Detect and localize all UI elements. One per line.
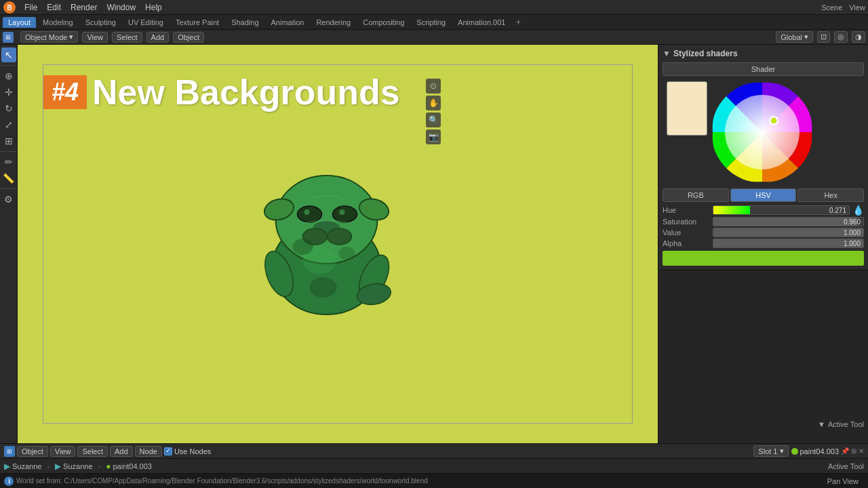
slot-dropdown-icon: ▾ xyxy=(780,447,784,455)
menu-window[interactable]: Window xyxy=(102,1,140,14)
paint-btn2[interactable]: ✕ xyxy=(859,447,864,455)
svg-point-12 xyxy=(328,228,352,245)
tool-measure[interactable]: 📏 xyxy=(1,171,16,186)
tab-compositing[interactable]: Compositing xyxy=(357,17,410,28)
bottom-bar: ⊞ Object View Select Add Node Use Nodes … xyxy=(0,443,868,458)
blender-logo: B xyxy=(3,1,16,14)
nav-camera[interactable]: 📷 xyxy=(426,129,441,144)
use-nodes-checkbox[interactable] xyxy=(164,447,172,455)
outliner-name-0[interactable]: Suzanne xyxy=(12,462,41,470)
tab-layout[interactable]: Layout xyxy=(3,17,36,28)
right-panel: ▼ Stylized shaders Shader xyxy=(658,45,868,443)
viewport-overlay-btn[interactable]: ⊡ xyxy=(817,31,830,43)
menu-file[interactable]: File xyxy=(20,1,41,14)
tab-rendering[interactable]: Rendering xyxy=(311,17,356,28)
paint-icon-lock: 📌 xyxy=(841,447,849,455)
tab-hsv[interactable]: HSV xyxy=(730,188,797,202)
tab-uv-editing[interactable]: UV Editing xyxy=(123,17,169,28)
properties-panel: ▼ Active Tool xyxy=(658,270,868,443)
saturation-label: Saturation xyxy=(663,218,710,226)
bottom-add[interactable]: Add xyxy=(110,446,133,457)
transform-global[interactable]: Global ▾ xyxy=(776,31,813,43)
tab-shading[interactable]: Shading xyxy=(226,17,264,28)
alpha-bar[interactable]: 1.000 xyxy=(713,239,864,248)
viewport-object-menu[interactable]: Object xyxy=(173,32,204,43)
material-icon: ● xyxy=(106,462,111,471)
bottom-select[interactable]: Select xyxy=(77,446,108,457)
viewport-nav: ⊙ ✋ 🔍 📷 xyxy=(426,79,441,144)
viewport-type-icon: ⊞ xyxy=(4,446,15,457)
bottom-object-dropdown[interactable]: Object xyxy=(17,446,48,457)
tab-modeling[interactable]: Modeling xyxy=(37,17,79,28)
nav-zoom[interactable]: 🔍 xyxy=(426,113,441,127)
svg-text:B: B xyxy=(7,4,12,12)
tab-texture-paint[interactable]: Texture Paint xyxy=(170,17,224,28)
svg-point-7 xyxy=(333,206,357,222)
eyedropper-icon[interactable]: 💧 xyxy=(852,205,864,216)
svg-point-9 xyxy=(340,209,345,215)
viewport-canvas[interactable]: #4 New Backgrounds xyxy=(18,45,658,443)
viewport-icon: ⊞ xyxy=(3,32,14,43)
tool-move[interactable]: ✛ xyxy=(1,85,16,100)
info-bar: ℹ World set from: C:/Users/COMP/AppData/… xyxy=(0,473,868,488)
tool-scale[interactable]: ⤢ xyxy=(1,117,16,132)
render-frame: #4 New Backgrounds xyxy=(43,64,633,424)
value-bar[interactable]: 1.000 xyxy=(713,228,864,237)
nav-pan[interactable]: ✋ xyxy=(426,96,441,110)
slot-selector[interactable]: Slot 1 ▾ xyxy=(753,445,788,457)
color-swatch[interactable] xyxy=(667,81,707,136)
object-mode-dropdown[interactable]: Object Mode ▾ xyxy=(20,31,78,43)
viewport-add-menu[interactable]: Add xyxy=(146,32,170,43)
outliner-name-2[interactable]: paint04.003 xyxy=(113,462,152,470)
alpha-label: Alpha xyxy=(663,239,710,247)
menu-render[interactable]: Render xyxy=(66,1,101,14)
viewport-select-menu[interactable]: Select xyxy=(112,32,142,43)
nav-orbit[interactable]: ⊙ xyxy=(426,79,441,94)
color-mode-tabs: RGB HSV Hex xyxy=(663,188,864,202)
viewport-gizmo-btn[interactable]: ◎ xyxy=(834,31,848,43)
color-wheel-container[interactable] xyxy=(711,81,813,183)
outliner-item-0: ▶ Suzanne xyxy=(4,462,41,471)
dropdown-global-icon: ▾ xyxy=(804,33,808,41)
outliner-name-1[interactable]: Suzanne xyxy=(63,462,92,470)
outliner-item-1: ▶ Suzanne xyxy=(55,462,92,471)
pan-view-label: Pan View xyxy=(827,477,859,485)
bottom-node[interactable]: Node xyxy=(135,446,162,457)
tool-select[interactable]: ↖ xyxy=(1,47,16,62)
shader-btn[interactable]: Shader xyxy=(663,62,864,76)
tab-hex[interactable]: Hex xyxy=(797,188,864,202)
tool-rotate[interactable]: ↻ xyxy=(1,101,16,116)
active-tool-label: ▼ Active Tool xyxy=(818,420,864,428)
tab-scripting[interactable]: Scripting xyxy=(411,17,451,28)
menu-edit[interactable]: Edit xyxy=(43,1,65,14)
tab-sculpting[interactable]: Sculpting xyxy=(80,17,121,28)
paint-material: paint04.003 📌 ⊞ ✕ xyxy=(791,447,865,455)
object-icon-1: ▶ xyxy=(55,462,61,471)
tool-cursor[interactable]: ⊕ xyxy=(1,68,16,83)
paint-btn1[interactable]: ⊞ xyxy=(851,447,856,455)
viewport-view-menu[interactable]: View xyxy=(82,32,108,43)
tool-extra[interactable]: ⚙ xyxy=(1,192,16,207)
use-nodes-label: Use Nodes xyxy=(174,447,211,455)
hue-bar[interactable]: 0.271 xyxy=(713,205,850,215)
menu-help[interactable]: Help xyxy=(141,1,166,14)
paint-label: paint04.003 xyxy=(800,447,840,455)
svg-point-8 xyxy=(304,209,310,215)
green-preview-bar[interactable] xyxy=(663,251,864,266)
title-overlay: #4 New Backgrounds xyxy=(43,72,400,113)
tool-annotate[interactable]: ✏ xyxy=(1,155,16,169)
panel-collapse-icon[interactable]: ▼ xyxy=(663,49,671,58)
tab-animation[interactable]: Animation xyxy=(266,17,310,28)
workspace-tabs: Layout Modeling Sculpting UV Editing Tex… xyxy=(0,15,868,30)
panel-header: ▼ Stylized shaders xyxy=(663,49,864,58)
tab-animation-001[interactable]: Animation.001 xyxy=(452,17,511,28)
saturation-value: 0.960 xyxy=(844,218,861,226)
svg-point-17 xyxy=(293,239,313,255)
bottom-view[interactable]: View xyxy=(50,446,76,457)
tab-rgb[interactable]: RGB xyxy=(663,188,729,202)
saturation-bar[interactable]: 0.960 xyxy=(713,217,864,226)
active-tool-bottom: Active Tool xyxy=(828,462,864,470)
tool-transform[interactable]: ⊞ xyxy=(1,134,16,148)
viewport-shading-btn[interactable]: ◑ xyxy=(852,31,865,43)
add-workspace-tab[interactable]: + xyxy=(512,16,524,28)
